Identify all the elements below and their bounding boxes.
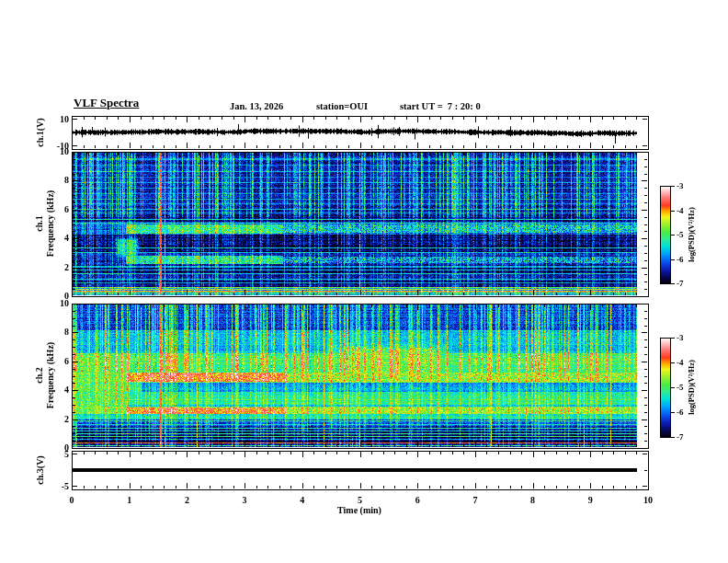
colorbar-tick-label: -7 — [677, 432, 684, 442]
station-label: station=OUI — [316, 101, 368, 112]
x-tick-label: 1 — [114, 495, 145, 506]
x-tick-label: 3 — [229, 495, 260, 506]
y-tick-label-ch2-spectrogram: 2 — [40, 414, 69, 425]
y-tick-label-ch1-spectrogram: 8 — [40, 175, 69, 186]
y-tick-label-ch2-spectrogram: 8 — [40, 327, 69, 338]
y-tick-label-ch3v: -5 — [40, 481, 69, 492]
y-tick-label-ch1-spectrogram: 6 — [40, 204, 69, 215]
page-title: VLF Spectra — [74, 98, 139, 109]
time-axis-label: Time (min) — [304, 505, 415, 516]
vlf-spectra-page: VLF Spectra Jan. 13, 2026 station=OUI st… — [0, 0, 728, 563]
ch1-spec-ylabel-channel: ch.1 — [34, 215, 45, 232]
colorbar-tick-label: -4 — [677, 206, 684, 215]
y-tick-label-ch1v: 10 — [40, 114, 69, 125]
colorbar-tick-label: -4 — [677, 358, 684, 367]
x-tick-label: 2 — [171, 495, 202, 506]
x-tick-label: 0 — [56, 495, 87, 506]
colorbar-tick-label: -3 — [677, 181, 684, 190]
colorbar-tick-label: -6 — [677, 408, 684, 417]
x-tick-label: 8 — [518, 495, 549, 506]
y-tick-label-ch3v: 5 — [40, 449, 69, 460]
colorbar-tick-label: -6 — [677, 255, 684, 264]
y-tick-label-ch2-spectrogram: 10 — [40, 298, 69, 309]
x-tick-label: 9 — [574, 495, 606, 506]
y-tick-label-ch1-spectrogram: 2 — [40, 262, 69, 273]
ch2-spec-ylabel-frequency: Frequency (kHz) — [45, 342, 56, 408]
colorbar2-label: log(PSD)(V²/Hz) — [686, 360, 697, 415]
x-tick-label: 6 — [402, 495, 433, 506]
x-tick-label: 7 — [460, 495, 491, 506]
colorbar-tick-label: -5 — [677, 383, 684, 392]
colorbar-tick-label: -5 — [677, 230, 684, 239]
x-tick-label: 5 — [345, 495, 376, 506]
x-tick-label: 10 — [632, 495, 664, 506]
date-label: Jan. 13, 2026 — [230, 101, 283, 112]
y-tick-label-ch1-spectrogram: 10 — [40, 146, 69, 157]
y-tick-label-ch1-spectrogram: 4 — [40, 233, 69, 244]
colorbar1-label: log(PSD)(V²/Hz) — [686, 207, 697, 262]
ch1-spec-ylabel-frequency: Frequency (kHz) — [45, 190, 56, 257]
start-ut-label: start UT = 7 : 20: 0 — [400, 101, 481, 112]
colorbar-tick-label: -3 — [677, 333, 684, 342]
y-tick-label-ch2-spectrogram: 4 — [40, 385, 69, 396]
spectra-plot-canvas — [0, 0, 728, 563]
ch2-spec-ylabel-channel: ch.2 — [34, 367, 45, 384]
x-tick-label: 4 — [287, 495, 318, 506]
colorbar-tick-label: -7 — [677, 279, 684, 288]
y-tick-label-ch2-spectrogram: 6 — [40, 356, 69, 367]
